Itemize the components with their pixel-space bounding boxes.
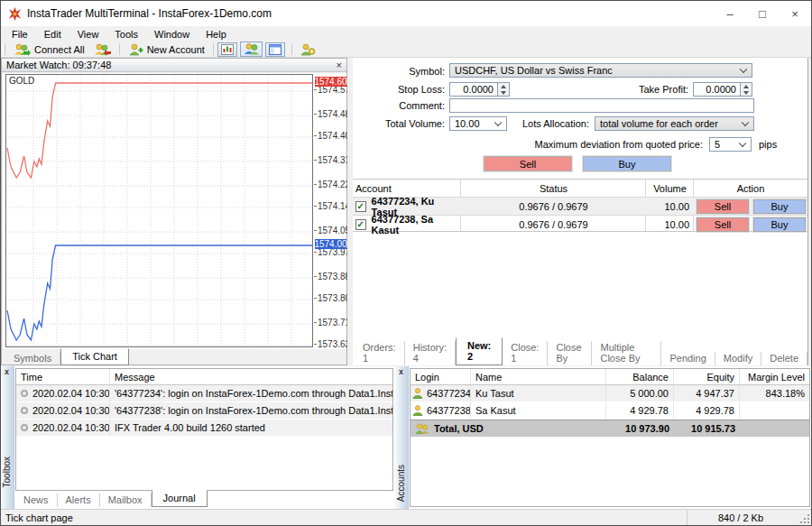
chart-symbol-label: GOLD: [9, 76, 34, 86]
accounts-view-toggle-button[interactable]: [240, 42, 263, 57]
journal-row[interactable]: 2020.02.04 10:30:4...'64377238': login o…: [16, 402, 392, 420]
menu-item-file[interactable]: File: [4, 28, 36, 41]
new-account-label: New Account: [147, 44, 205, 55]
trade-row-status: 0.9676 / 0.9679: [461, 198, 646, 215]
menu-item-window[interactable]: Window: [146, 28, 198, 41]
comment-input[interactable]: [449, 98, 754, 113]
journal-row[interactable]: 2020.02.04 10:30:3...IFX Trader 4.00 bui…: [16, 420, 392, 437]
journal-time: 2020.02.04 10:30:4...: [32, 388, 110, 399]
options-button[interactable]: [296, 42, 320, 57]
column-header-volume[interactable]: Volume: [646, 180, 694, 197]
maximize-button[interactable]: □: [746, 1, 779, 26]
column-header-account[interactable]: Account: [355, 180, 459, 197]
toolbox-close-icon[interactable]: x: [5, 367, 9, 376]
trade-tab-new-2[interactable]: New: 2: [456, 337, 503, 365]
new-account-button[interactable]: New Account: [124, 42, 209, 57]
total-group-icon: [415, 423, 429, 434]
take-profit-up-icon[interactable]: [741, 83, 752, 89]
row-buy-button[interactable]: Buy: [753, 217, 806, 232]
tab-tick-chart[interactable]: Tick Chart: [60, 348, 129, 365]
toolbox-tab-mailbox[interactable]: Mailbox: [100, 494, 152, 507]
toolbox-tab-journal[interactable]: Journal: [152, 490, 208, 507]
sell-button[interactable]: Sell: [484, 156, 572, 171]
market-watch-panel: Market Watch: 09:37:48 × GOLD 1574.57157…: [1, 58, 347, 365]
app-window: InstaTrader MultiTerminal - InstaForex-1…: [0, 0, 812, 526]
symbol-select[interactable]: USDCHF, US Dollar vs Swiss Franc: [449, 63, 752, 78]
trade-tab-pending[interactable]: Pending: [661, 352, 715, 365]
stop-loss-up-icon[interactable]: [498, 83, 509, 89]
accounts-close-icon[interactable]: x: [399, 367, 403, 376]
column-header-name[interactable]: Name: [471, 369, 606, 384]
account-checkbox[interactable]: ✓: [355, 201, 366, 212]
row-sell-button[interactable]: Sell: [697, 199, 749, 214]
journal-entry-icon: [21, 424, 28, 431]
take-profit-input[interactable]: [694, 83, 739, 96]
disconnect-all-button[interactable]: [89, 42, 115, 57]
column-header-action[interactable]: Action: [694, 180, 807, 197]
stop-loss-input[interactable]: [450, 83, 496, 96]
account-row[interactable]: 64377238Sa Kasut4 929.784 929.78: [411, 402, 809, 420]
tab-symbols[interactable]: Symbols: [5, 352, 60, 365]
total-volume-value: 10.00: [455, 118, 480, 129]
toolbox-tabs: NewsAlertsMailboxJournal: [15, 492, 208, 507]
resize-grip-icon[interactable]: [798, 512, 809, 523]
trade-row-account[interactable]: ✓64377234, Ku Tasut: [355, 198, 459, 215]
market-watch-close-icon[interactable]: ×: [337, 60, 342, 69]
column-header-balance[interactable]: Balance: [606, 369, 674, 384]
options-gear-icon: [300, 43, 316, 56]
trade-tab-orders-1[interactable]: Orders: 1: [355, 341, 405, 365]
toolbox-tab-alerts[interactable]: Alerts: [58, 494, 100, 507]
price-axis-label: 1574.31: [318, 155, 350, 165]
buy-button[interactable]: Buy: [583, 156, 671, 171]
trade-row-status: 0.9676 / 0.9679: [461, 216, 646, 233]
toolbar-grip[interactable]: [3, 44, 5, 55]
minimize-button[interactable]: –: [714, 1, 746, 26]
toolbox-tab-news[interactable]: News: [15, 494, 58, 507]
stop-loss-down-icon[interactable]: [498, 89, 509, 96]
account-name: Sa Kasut: [471, 402, 606, 419]
menu-item-help[interactable]: Help: [198, 28, 235, 41]
column-header-time[interactable]: Time: [16, 369, 110, 384]
menu-item-tools[interactable]: Tools: [106, 28, 146, 41]
column-header-login[interactable]: Login: [411, 369, 471, 384]
total-equity: 10 915.73: [674, 420, 740, 437]
trade-row-volume: 10.00: [646, 216, 689, 233]
accounts-panel: x Accounts Login Name Balance Equity Mar…: [395, 366, 812, 509]
toolbar-separator: [213, 43, 214, 55]
column-header-status[interactable]: Status: [461, 180, 646, 197]
close-button[interactable]: ×: [779, 1, 811, 26]
journal-row[interactable]: 2020.02.04 10:30:4...'64377234': login o…: [16, 385, 392, 402]
column-header-margin-level[interactable]: Margin Level: [740, 369, 809, 384]
connect-all-icon: [14, 43, 31, 56]
lots-allocation-select[interactable]: total volume for each order: [595, 116, 754, 131]
account-row[interactable]: 64377234Ku Tasut5 000.004 947.37843.18%: [411, 385, 809, 402]
account-name: Ku Tasut: [471, 385, 606, 401]
layout-toggle-button[interactable]: [265, 42, 285, 57]
menu-item-view[interactable]: View: [69, 28, 107, 41]
row-sell-button[interactable]: Sell: [697, 217, 749, 232]
journal-message: IFX Trader 4.00 build 1260 started: [110, 420, 392, 436]
price-axis: 1574.571574.481574.401574.311574.221574.…: [315, 74, 346, 347]
market-watch-toggle-button[interactable]: [217, 42, 237, 57]
connect-all-button[interactable]: Connect All: [9, 42, 89, 57]
bid-price-box: 1574.00: [315, 239, 346, 249]
column-header-equity[interactable]: Equity: [674, 369, 740, 384]
trade-row-account[interactable]: ✓64377238, Sa Kasut: [355, 216, 459, 233]
trade-tab-close-1[interactable]: Close: 1: [503, 341, 548, 365]
deviation-select[interactable]: 5: [709, 137, 752, 152]
trade-tab-multiple-close-by[interactable]: Multiple Close By: [592, 341, 661, 365]
accounts-total-row: Total, USD 10 973.90 10 915.73: [411, 420, 809, 437]
row-buy-button[interactable]: Buy: [753, 199, 806, 214]
journal-time-cell: 2020.02.04 10:30:3...: [16, 420, 110, 436]
trade-tab-history-4[interactable]: History: 4: [405, 341, 456, 365]
account-login: 64377234: [427, 388, 471, 399]
take-profit-down-icon[interactable]: [741, 89, 752, 96]
trade-tab-modify[interactable]: Modify: [715, 352, 761, 365]
trade-row-volume: 10.00: [646, 198, 689, 215]
menu-item-edit[interactable]: Edit: [36, 28, 69, 41]
trade-tab-close-by[interactable]: Close By: [548, 341, 592, 365]
trade-tab-delete[interactable]: Delete: [761, 352, 807, 365]
account-checkbox[interactable]: ✓: [355, 219, 366, 230]
toolbox-panel: x Toolbox Time Message 2020.02.04 10:30:…: [1, 366, 395, 509]
column-header-message[interactable]: Message: [110, 369, 392, 384]
